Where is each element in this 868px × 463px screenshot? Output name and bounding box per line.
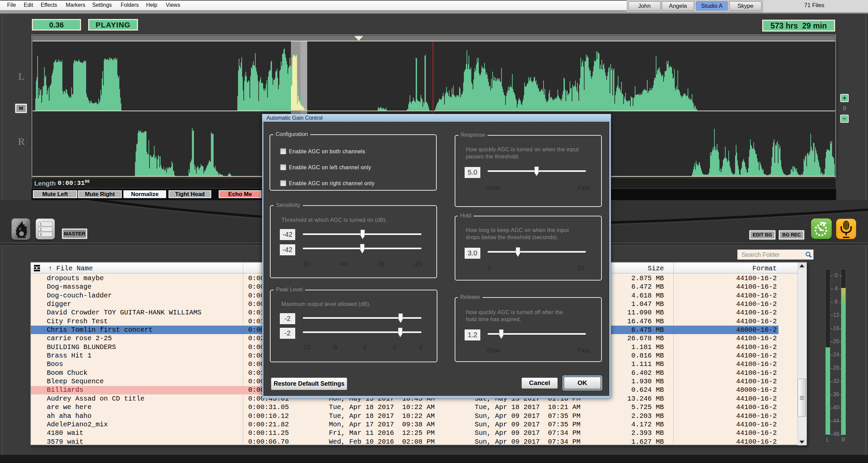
svg-text:1: 1 <box>40 222 42 226</box>
svg-text:3: 3 <box>40 232 42 236</box>
svg-text:2: 2 <box>40 227 42 231</box>
